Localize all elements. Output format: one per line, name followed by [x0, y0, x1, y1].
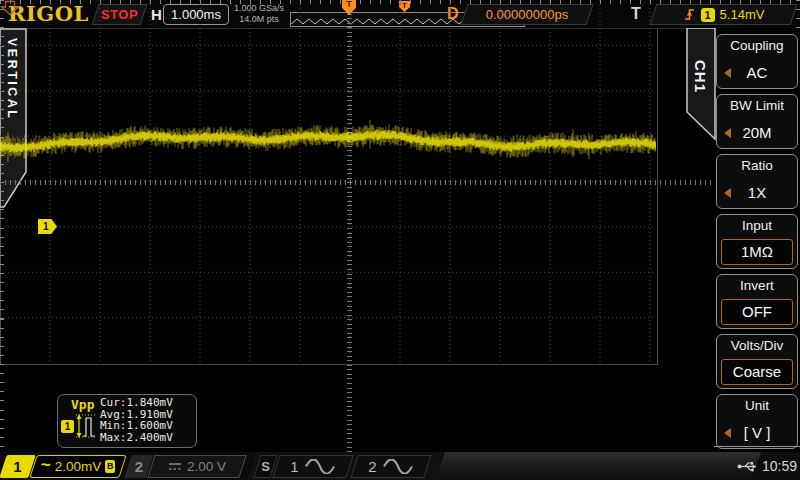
channel-tab[interactable]: CH1 — [686, 28, 716, 142]
menu-item-ratio[interactable]: Ratio 1X — [716, 154, 798, 209]
ch1-scale-box[interactable]: ~ 2.00mV B — [29, 455, 126, 478]
oscilloscope-screen: RIGOL STOP H 1.000ms 1.000 GSa/s 14.0M p… — [0, 0, 800, 480]
menu-item-value: 1X — [717, 184, 797, 201]
soft-menu: Coupling AC BW Limit 20M Ratio 1X Input … — [714, 28, 800, 446]
marker-arrow-icon[interactable] — [0, 0, 20, 16]
ch2-scale-value: 2.00 V — [187, 459, 226, 474]
source1-number: 1 — [290, 458, 298, 475]
menu-item-volts-div[interactable]: Volts/Div Coarse — [716, 334, 798, 389]
menu-item-invert[interactable]: Invert OFF — [716, 274, 798, 329]
menu-item-label: Coupling — [717, 38, 797, 53]
sine-wave-icon — [304, 459, 336, 474]
menu-item-value-box: 1MΩ — [721, 239, 793, 265]
measurement-row: Cur:1.840mV — [100, 397, 173, 409]
menu-separator-line — [714, 446, 800, 447]
menu-item-label: Unit — [717, 398, 797, 413]
menu-item-label: Volts/Div — [717, 338, 797, 353]
bw-limit-icon: B — [105, 460, 115, 473]
source1-indicator[interactable]: 1 — [272, 455, 353, 478]
menu-item-value: [ V ] — [717, 424, 797, 441]
trigger-level-value: 5.14mV — [720, 7, 765, 22]
ch1-waveform-trace — [0, 0, 656, 363]
measurement-values: Cur:1.840mV Avg:1.910mV Min:1.600mV Max:… — [100, 397, 173, 443]
trigger-info-box[interactable]: 1 5.14mV — [650, 4, 798, 25]
ch2-number: 2 — [128, 455, 150, 478]
source2-number: 2 — [368, 458, 376, 475]
source2-indicator[interactable]: 2 — [350, 455, 431, 478]
ch1-number: 1 — [3, 455, 32, 478]
trigger-source-badge: 1 — [701, 8, 715, 22]
measurement-box: Vpp Cur:1.840mV Avg:1.910mV Min:1.600mV … — [57, 394, 197, 448]
menu-item-label: Input — [717, 218, 797, 233]
menu-item-unit[interactable]: Unit [ V ] — [716, 394, 798, 449]
menu-item-coupling[interactable]: Coupling AC — [716, 34, 798, 89]
menu-item-label: Ratio — [717, 158, 797, 173]
graticule: T — [0, 0, 658, 365]
menu-item-label: BW Limit — [717, 98, 797, 113]
rising-edge-icon — [683, 7, 696, 22]
measurement-channel-badge: 1 — [61, 420, 74, 433]
ch1-scale-value: 2.00mV — [55, 459, 102, 474]
ac-coupling-icon: ~ — [41, 455, 51, 475]
usb-icon — [737, 460, 759, 473]
menu-item-value: AC — [717, 64, 797, 81]
menu-item-input[interactable]: Input 1MΩ — [716, 214, 798, 269]
menu-item-bw-limit[interactable]: BW Limit 20M — [716, 94, 798, 149]
menu-item-label: Invert — [717, 278, 797, 293]
menu-item-value-box: Coarse — [721, 359, 793, 385]
clock: 10:59 — [762, 458, 797, 474]
bottom-status-bar: 1 ~ 2.00mV B 2 2.00 V S — [0, 452, 800, 480]
menu-item-value: 20M — [717, 124, 797, 141]
dc-coupling-icon — [168, 461, 182, 472]
vpp-measurement-icon — [75, 409, 99, 443]
sine-wave-icon — [382, 459, 414, 474]
channel-tab-label: CH1 — [692, 60, 709, 93]
source-label: S — [258, 456, 273, 477]
ch2-scale-box[interactable]: 2.00 V — [147, 455, 246, 478]
menu-item-value-box: OFF — [721, 299, 793, 325]
measurement-row: Min:1.600mV — [100, 420, 173, 432]
measurement-row: Max:2.400mV — [100, 432, 173, 444]
